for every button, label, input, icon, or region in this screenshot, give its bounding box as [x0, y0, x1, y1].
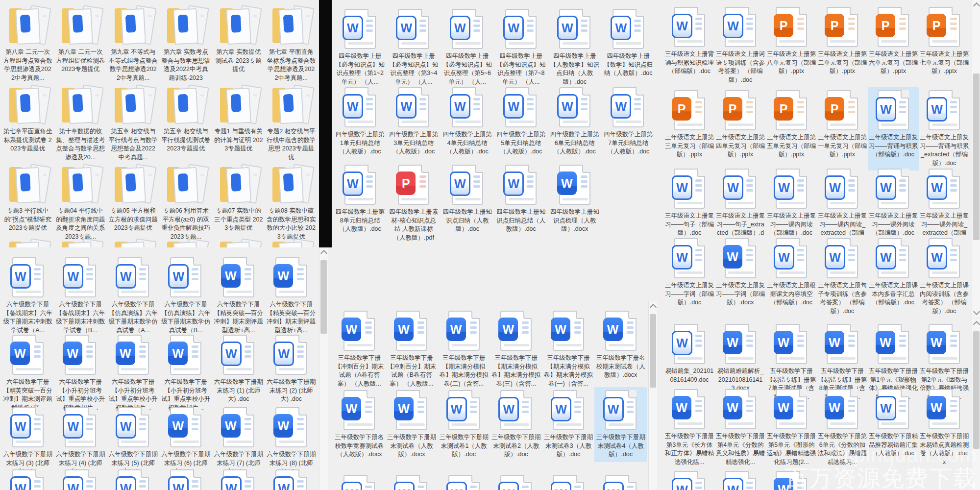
folder-item[interactable]: 专题05 平方根和立方根的求值问题 2023专题提优	[107, 162, 160, 244]
file-item[interactable]: W	[715, 468, 766, 490]
file-item[interactable]: W	[212, 466, 265, 490]
scroll-up-icon[interactable]	[973, 321, 980, 328]
scroll-thumb[interactable]	[650, 314, 656, 388]
file-item[interactable]: P三年级语文上册第一单元复习（部编版）.pptx	[817, 87, 868, 171]
file-item[interactable]: W三年级数学下册期末测试卷2（人教版）.doc	[490, 387, 542, 462]
scroll-down-icon[interactable]	[973, 308, 980, 315]
file-item[interactable]: W四年级数学上册【必考知识点】知识点整理（第7~8单元） （人...	[494, 6, 548, 89]
folder-item[interactable]	[54, 236, 107, 247]
folder-item[interactable]: 第十章数据的收集、整理与描述考点整合与数学思想渗透及20...	[54, 82, 107, 165]
file-item[interactable]: W四年级数学上册【必考知识点】知识点整理（第1~2单元） （人...	[333, 6, 387, 89]
folder-item[interactable]: 第六章 实数考点整合与数学思想渗透及2022中考真题训练-2023	[160, 3, 213, 85]
file-item[interactable]: W	[594, 472, 647, 490]
folder-item[interactable]: 第八章 二元一次方程组考点整合数学思想渗透及2022中考真题...	[1, 3, 54, 85]
file-item[interactable]: W	[265, 466, 318, 490]
file-item[interactable]: W	[54, 466, 107, 490]
scrollbar-right-top[interactable]	[972, 0, 980, 318]
file-item[interactable]: W四年级数学上册第5单元归纳总结（人教版）.doc	[494, 84, 548, 159]
file-item[interactable]: W三年级语文上册复习——字词（部编版）.docx	[715, 235, 766, 318]
file-item[interactable]: W六年级数学下册【小升初分班考试】重点学校小升初数学招生...	[54, 332, 107, 415]
folder-item[interactable]	[107, 236, 160, 247]
file-item[interactable]: P三年级语文上册第五单元复习（部编版）.pptx	[766, 87, 817, 171]
file-item[interactable]: W四年级数学上册第8单元归纳总结（人教版）.doc	[333, 162, 387, 245]
file-item[interactable]: W六年级数学下册期末练习 (1) (北师大) .doc	[212, 332, 265, 415]
file-item[interactable]: W三年级数学下册名校期末测试卷（人教版）.docx	[594, 308, 647, 391]
file-item[interactable]: P三年级语文上册第七单元复习（部编版）.pptx	[919, 4, 970, 87]
folder-item[interactable]: 第五章 相交线与平行线提优测试卷 2023专题提优	[160, 82, 213, 165]
file-item[interactable]: W三年级语文上册复习——字词（部编版）.doc	[664, 235, 715, 318]
folder-item[interactable]: 专题3 平行线中的"拐点"模型研究 2023专题提优	[1, 162, 54, 244]
file-item[interactable]: W三年级数学下册期末测试卷4（人教版）.doc	[594, 387, 647, 462]
folder-item[interactable]: 第七章 平面直角坐标系考点整合数学思想渗透及2022中考真题...	[265, 3, 318, 85]
file-item[interactable]: W六年级数学下册【精英突破—百分冲刺】期末测评题型透析+高...	[265, 254, 318, 338]
scroll-thumb[interactable]	[320, 260, 327, 334]
folder-item[interactable]: 第九章 不等式与不等式组考点整合数学思想渗透2022中考真题...	[107, 3, 160, 85]
file-item[interactable]: W四年级数学上册【必考知识点】知识点整理（第5~6单元） （人...	[441, 6, 494, 89]
file-item[interactable]: W四年级数学上册知识点归纳总结（人教版）.doc	[494, 162, 548, 245]
folder-item[interactable]: 专题06 利用算术平方根(a≥0) 的双重非负性解题技巧 2023专题...	[160, 162, 213, 244]
file-item[interactable]: W	[333, 472, 386, 490]
scroll-up-icon[interactable]	[320, 250, 327, 257]
file-item[interactable]: W三年级数学下册【冲刺百分】期末试题（A卷有答案） （人教版...	[333, 308, 386, 391]
file-item[interactable]: P三年级语文上册第三单元复习（部编版）.pptx	[664, 87, 715, 171]
file-item[interactable]: W三年级语文上册课内阅读训练（含参考答案） （部编版）.doc	[919, 235, 970, 318]
file-item[interactable]: W六年级数学下册【精英突破—百分冲刺】期末测评题型透析+高...	[1, 332, 54, 415]
file-item[interactable]: P四年级数学上册素材-核心知识点总结 人教新课标（人教版）.pdf	[387, 162, 441, 245]
folder-item[interactable]: 专题07 实数中的三个重点类型 2023专题提优	[212, 162, 265, 244]
file-item[interactable]: W	[1, 466, 54, 490]
file-item[interactable]: W	[664, 468, 715, 490]
file-item[interactable]: W三年级数学下册期末测试卷1（人教版）.doc	[438, 387, 490, 462]
scroll-up-icon[interactable]	[650, 304, 657, 311]
file-item[interactable]: W三年级数学下册期末测试卷3（人教版）.doc	[542, 387, 595, 462]
file-item[interactable]: W四年级数学上册第3单元归纳总结（人教版）.doc	[387, 84, 441, 159]
folder-item[interactable]: 专题1 与垂线有关的计算与证明 2023专题提优	[212, 82, 265, 165]
file-item[interactable]: W五年级数学下册册第3单元《长方体和正方体》易错精选强化练...	[664, 386, 715, 469]
file-item[interactable]: W六年级数学下册【仿真演练】六年级下册期末数学仿真试卷（B...	[160, 254, 213, 338]
file-item[interactable]: W三年级语文上册课本内多音字汇总（部编版）.doc	[868, 235, 919, 318]
file-item[interactable]: W三年级数学下册【冲刺百分】期末试题（B卷有答案） （人教版...	[386, 308, 438, 391]
folder-item[interactable]	[160, 236, 213, 247]
folder-item[interactable]: 第七章平面直角坐标系提优测试卷 2023专题提优	[1, 82, 54, 165]
file-item[interactable]: W三年级语文上册句子专项训练（含参考答案） （部编版）.doc	[817, 235, 868, 318]
file-item[interactable]: W	[490, 472, 542, 490]
file-item[interactable]: W六年级数学下册【仿真演练】六年级下册期末数学仿真试卷（A...	[107, 254, 160, 338]
file-item[interactable]: P三年级语文上册第四单元复习（部编版）.pptx	[715, 87, 766, 171]
scrollbar-mid-bottom[interactable]	[648, 301, 657, 490]
scroll-up-icon[interactable]	[973, 2, 980, 9]
file-item[interactable]: W三年级数学下册【期末满分模拟卷】期末满分模拟卷(二)（含答...	[438, 308, 490, 391]
file-item[interactable]: W	[386, 472, 438, 490]
folder-item[interactable]: 第六章 实数提优测试卷 2023专题提优	[212, 3, 265, 85]
file-item[interactable]: W三年级语文上册复习——背诵与积累_extracted（部编版）.doc	[919, 87, 970, 171]
folder-item[interactable]: 第八章 二元一次方程组提优检测卷 2023专题提优	[54, 3, 107, 85]
file-item[interactable]: W三年级数学下册期末测试卷（人教版）.docx	[386, 387, 438, 462]
file-item[interactable]: W三年级数学下册名校数学竞赛测试卷（人教版）.docx	[333, 387, 386, 462]
file-item[interactable]: W四年级数学上册知识点梳理（人教版）.docx	[548, 162, 602, 245]
file-item[interactable]: W六年级数学下册【小升初分班考试】重点学校小升初数学招生...	[160, 332, 213, 415]
scroll-thumb[interactable]	[973, 331, 980, 449]
file-item[interactable]: W三年级数学下册【期末满分模拟卷】期末满分模拟卷(三)（含答...	[490, 308, 542, 391]
folder-item[interactable]: 专题04 平行线中的翻折求角度问题及角度之间的关系 2023专题...	[54, 162, 107, 244]
file-item[interactable]: W三年级语文上册背诵与积累知识梳理（部编版）.doc	[664, 4, 715, 87]
file-item[interactable]: P三年级语文上册第六单元复习（部编版）.pptx	[868, 4, 919, 87]
file-item[interactable]: W	[438, 472, 490, 490]
file-item[interactable]: W	[160, 466, 213, 490]
scroll-thumb[interactable]	[973, 74, 980, 240]
file-item[interactable]: W六年级数学下册【精英突破—百分冲刺】期末测评题型透析+高...	[212, 254, 265, 338]
file-item[interactable]: W三年级语文上册根据课文内容填空（部编版）.doc	[766, 235, 817, 318]
file-item[interactable]: W五年级数学下册册第4单元《分数的意义和性质》易错精选强化...	[715, 386, 766, 469]
folder-item[interactable]	[265, 236, 318, 247]
file-item[interactable]: W三年级数学下册【期末满分模拟卷】期末满分模拟卷(一)（含答...	[542, 308, 595, 391]
file-item[interactable]: W四年级数学上册第7单元归纳总结（人教版）.doc	[602, 84, 656, 159]
file-item[interactable]: W三年级语文上册词语专项训练（含参考答案） （部编版）.doc	[715, 4, 766, 87]
file-item[interactable]: W六年级数学下册【备战期末】六年级下册期末冲刺数学试卷（A...	[1, 254, 54, 338]
file-item[interactable]: W六年级数学下册期末练习 (2) (北师大) .doc	[265, 332, 318, 415]
folder-item[interactable]	[212, 236, 265, 247]
file-item[interactable]: W四年级数学上册【必考知识点】知识点整理（第3~4单元） （人...	[387, 6, 441, 89]
file-item[interactable]: W	[542, 472, 595, 490]
folder-item[interactable]: 第五章 相交线与平行线考点与数学思想整合及2022中考真题...	[107, 82, 160, 165]
file-item[interactable]: W三年级语文上册复习——背诵与积累（部编版）.doc	[868, 87, 919, 171]
file-item[interactable]: W四年级数学上册第6单元归纳总结（人教版）.doc	[548, 84, 602, 159]
file-item[interactable]: W四年级数学上册第1单元归纳总结（人教版）.doc	[333, 84, 387, 159]
folder-item[interactable]	[1, 236, 54, 247]
file-item[interactable]: P三年级语文上册第二单元复习（部编版）.pptx	[817, 4, 868, 87]
